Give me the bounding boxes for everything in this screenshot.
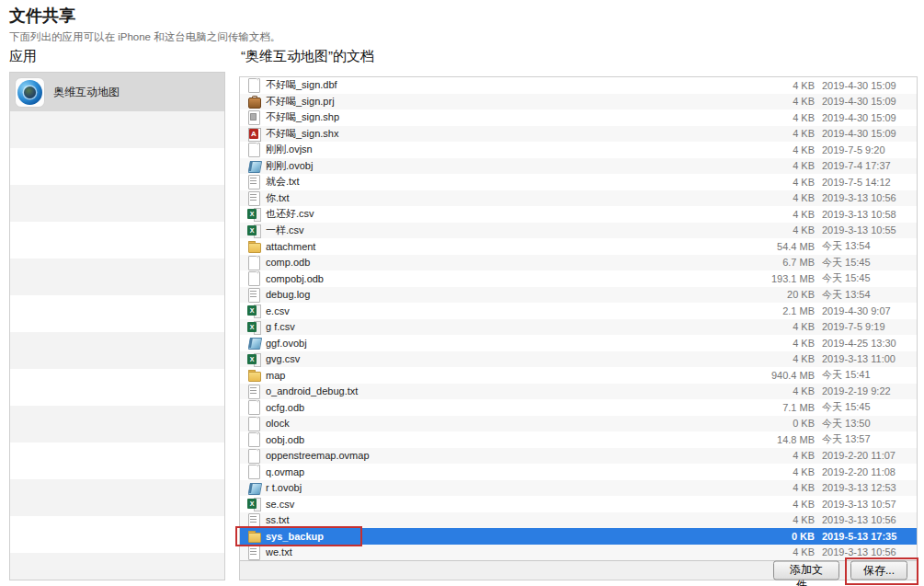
file-row[interactable]: g f.csv4 KB2019-7-5 9:19 [240,319,917,336]
app-name: 奥维互动地图 [53,85,120,100]
file-row[interactable]: comp.odb6.7 MB今天 15:45 [240,255,917,271]
file-size: 940.4 MB [759,370,815,381]
file-name: g f.csv [266,321,759,332]
app-globe-icon [15,77,45,108]
file-row[interactable]: r t.ovobj4 KB2019-3-13 12:53 [240,480,917,497]
file-size: 2.1 MB [759,305,815,316]
file-row[interactable]: attachment54.4 MB今天 13:54 [240,238,917,255]
file-row[interactable]: ss.txt4 KB2019-3-13 10:56 [240,512,917,529]
file-row[interactable]: oobj.odb14.8 MB今天 13:57 [240,431,917,448]
file-date: 2019-7-5 9:20 [822,144,911,155]
file-row[interactable]: olock0 KB今天 13:50 [240,416,917,432]
docgray-file-icon [247,110,260,124]
plain-file-icon [247,400,260,414]
file-name: 刚刚.ovobj [266,159,759,173]
file-row[interactable]: 不好喝_sign.shp4 KB2019-4-30 15:09 [240,109,917,126]
page-title: 文件共享 [9,5,75,27]
file-row[interactable]: oppenstreemap.ovmap4 KB2019-2-20 11:07 [240,448,917,465]
file-date: 2019-4-30 15:09 [822,128,911,139]
file-date: 今天 13:54 [822,239,911,253]
file-date: 2019-2-20 11:08 [822,466,911,477]
plain-file-icon [247,417,260,431]
file-size: 4 KB [759,160,815,171]
file-row[interactable]: 不好喝_sign.dbf4 KB2019-4-30 15:09 [240,77,917,94]
file-size: 4 KB [759,209,815,220]
file-size: 54.4 MB [759,241,815,252]
file-row[interactable]: 不好喝_sign.shx4 KB2019-4-30 15:09 [240,126,917,143]
file-row[interactable]: compobj.odb193.1 MB今天 15:45 [240,270,917,287]
file-row[interactable]: 就会.txt4 KB2019-7-5 14:12 [240,174,917,190]
file-date: 今天 15:41 [822,368,911,382]
file-date: 2019-2-19 9:22 [822,385,911,396]
file-row[interactable]: 不好喝_sign.prj4 KB2019-4-30 15:09 [240,94,917,110]
file-row[interactable]: debug.log20 KB今天 13:54 [240,287,917,304]
file-date: 今天 15:45 [822,271,911,285]
file-size: 4 KB [759,482,815,493]
excel-file-icon [247,497,260,511]
file-name: 刚刚.ovjsn [266,143,759,156]
file-date: 2019-7-5 9:19 [822,321,911,332]
file-date: 2019-7-5 14:12 [822,177,911,188]
file-size: 4 KB [759,224,815,236]
excel-file-icon [247,352,260,366]
file-date: 2019-3-13 10:56 [822,514,911,525]
file-row[interactable]: se.csv4 KB2019-3-13 10:57 [240,496,917,512]
file-size: 4 KB [759,80,815,91]
file-name: se.csv [266,499,759,510]
file-row[interactable]: e.csv2.1 MB2019-4-30 9:07 [240,303,917,319]
file-name: 就会.txt [266,175,759,189]
file-name: ggf.ovobj [266,338,759,349]
file-size: 0 KB [759,418,815,429]
page-subtitle: 下面列出的应用可以在 iPhone 和这台电脑之间传输文档。 [9,30,280,44]
file-size: 4 KB [759,546,815,557]
file-date: 2019-2-20 11:07 [822,450,911,461]
file-list: 不好喝_sign.dbf4 KB2019-4-30 15:09不好喝_sign.… [240,77,917,560]
docred-file-icon [247,127,260,141]
file-size: 4 KB [759,192,815,203]
file-row[interactable]: we.txt4 KB2019-3-13 10:56 [240,545,917,561]
plain-file-icon [247,78,260,92]
file-row[interactable]: gvg.csv4 KB2019-3-13 11:00 [240,351,917,368]
plain-file-icon [247,271,260,285]
file-row[interactable]: 刚刚.ovobj4 KB2019-7-4 17:37 [240,158,917,175]
file-name: 一样.csv [266,224,759,237]
file-name: ss.txt [266,514,759,525]
excel-file-icon [247,304,260,317]
file-size: 4 KB [759,177,815,188]
file-name: debug.log [266,289,759,300]
text-file-icon [247,191,260,205]
file-row[interactable]: 刚刚.ovjsn4 KB2019-7-5 9:20 [240,142,917,158]
file-row[interactable]: map940.4 MB今天 15:41 [240,367,917,384]
text-file-icon [247,546,260,559]
file-date: 2019-5-13 17:35 [822,531,911,542]
file-row[interactable]: ocfg.odb7.1 MB今天 15:45 [240,399,917,416]
file-row[interactable]: 你.txt4 KB2019-3-13 10:56 [240,190,917,207]
file-name: compobj.odb [266,273,759,284]
file-date: 2019-4-25 13:30 [822,338,911,349]
add-files-button[interactable]: 添加文件... [773,561,839,580]
file-row[interactable]: ggf.ovobj4 KB2019-4-25 13:30 [240,335,917,351]
text-file-icon [247,288,260,302]
plain-file-icon [247,256,260,270]
file-row[interactable]: sys_backup0 KB2019-5-13 17:35 [240,528,917,545]
file-size: 14.8 MB [759,434,815,445]
file-name: 不好喝_sign.dbf [266,78,759,92]
file-name: 也还好.csv [266,207,759,221]
file-name: 不好喝_sign.prj [266,95,759,109]
excel-file-icon [247,207,260,221]
file-name: 不好喝_sign.shp [266,110,759,124]
file-row[interactable]: 一样.csv4 KB2019-3-13 10:55 [240,223,917,239]
text-file-icon [247,175,260,189]
documents-panel: 不好喝_sign.dbf4 KB2019-4-30 15:09不好喝_sign.… [239,76,918,580]
app-item[interactable]: 奥维互动地图 [10,73,224,111]
itunes-file-sharing-page: 文件共享 下面列出的应用可以在 iPhone 和这台电脑之间传输文档。 应用 “… [0,0,924,586]
file-row[interactable]: o_android_debug.txt4 KB2019-2-19 9:22 [240,384,917,400]
save-button[interactable]: 保存... [850,561,907,580]
file-date: 2019-3-13 12:53 [822,482,911,493]
folder-file-icon [247,368,260,382]
documents-footer: 添加文件... 保存... [240,560,917,580]
file-row[interactable]: q.ovmap4 KB2019-2-20 11:08 [240,464,917,480]
file-name: map [266,370,759,381]
file-name: comp.odb [266,257,759,268]
file-row[interactable]: 也还好.csv4 KB2019-3-13 10:58 [240,206,917,223]
